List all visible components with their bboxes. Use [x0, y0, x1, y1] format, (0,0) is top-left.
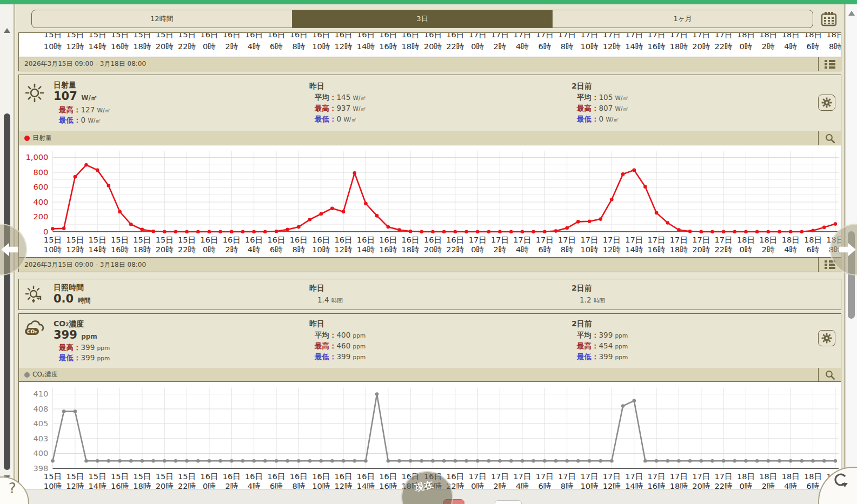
svg-text:17日: 17日: [625, 32, 643, 39]
solar-chart: 02004006008001,00015日10時15日12時15日14時15日1…: [19, 145, 841, 257]
tab-1month[interactable]: 1ヶ月: [553, 10, 813, 28]
svg-text:16日: 16日: [379, 472, 397, 481]
y-axis-tick-labels: 02004006008001,000: [26, 153, 49, 236]
yesterday-heading: 昨日: [309, 284, 324, 293]
svg-text:10時: 10時: [312, 245, 330, 254]
yesterday-max-row: 最高：460 ppm: [315, 341, 366, 351]
arrow-left-icon: [0, 238, 22, 261]
yesterday-heading: 昨日: [309, 319, 324, 329]
data-points: [51, 163, 837, 233]
gear-icon: [821, 97, 833, 109]
yesterday-avg-row: 平均：145 W/㎡: [315, 93, 366, 103]
svg-text:18日: 18日: [782, 472, 800, 481]
period-tab-bar: 12時間 3日 1ヶ月: [31, 10, 813, 28]
svg-text:2時: 2時: [225, 42, 238, 51]
svg-text:8時: 8時: [292, 245, 305, 254]
svg-text:18日: 18日: [826, 32, 841, 39]
svg-text:800: 800: [34, 167, 49, 177]
solar-chart-legend: 日射量: [19, 131, 841, 145]
svg-text:14時: 14時: [89, 245, 107, 254]
table-view-button[interactable]: [818, 57, 841, 71]
x-axis-tick-labels: 15日10時15日12時15日14時15日16時15日18時15日20時15日2…: [44, 32, 841, 51]
svg-text:0時: 0時: [740, 42, 753, 51]
svg-text:14時: 14時: [357, 245, 375, 254]
question-mark-icon: ?: [9, 480, 16, 496]
svg-text:4時: 4時: [248, 42, 261, 51]
zoom-chart-button[interactable]: [818, 131, 841, 145]
svg-text:8時: 8時: [292, 42, 305, 51]
list-icon: [823, 59, 836, 70]
svg-text:17日: 17日: [469, 32, 487, 39]
svg-text:18日: 18日: [759, 235, 777, 244]
solar-settings-button[interactable]: [818, 95, 835, 111]
top-green-bar: [0, 0, 857, 4]
sunshine-block: 日照時間 0.0 時間 昨日 1.4 時間 2日前 1.2 時間: [18, 279, 841, 310]
tab-12hours[interactable]: 12時間: [32, 10, 293, 28]
svg-text:17日: 17日: [692, 472, 710, 481]
svg-text:17日: 17日: [580, 32, 598, 39]
svg-text:18時: 18時: [133, 245, 151, 254]
x-axis-tick-labels: 15日10時15日12時15日14時15日16時15日18時15日20時15日2…: [44, 235, 841, 254]
two-days-ago-avg-row: 平均：105 W/㎡: [577, 93, 628, 103]
svg-text:0時: 0時: [740, 245, 753, 254]
svg-text:16日: 16日: [267, 235, 285, 244]
tab-3days[interactable]: 3日: [293, 10, 553, 28]
gridlines: [52, 388, 839, 469]
svg-text:403: 403: [34, 434, 49, 443]
svg-text:6時: 6時: [538, 42, 551, 51]
scroll-up-arrow[interactable]: [4, 28, 10, 33]
sunshine-section-header: 日照時間 0.0 時間 昨日 1.4 時間 2日前 1.2 時間: [19, 279, 841, 310]
left-scrollbar-thumb[interactable]: [4, 113, 10, 470]
svg-text:16日: 16日: [223, 32, 241, 39]
calendar-button[interactable]: [820, 11, 838, 27]
svg-text:15日: 15日: [111, 472, 129, 481]
svg-text:8時: 8時: [829, 42, 841, 51]
svg-text:15日: 15日: [44, 32, 62, 39]
svg-text:16日: 16日: [290, 472, 308, 481]
svg-text:16日: 16日: [290, 32, 308, 39]
svg-text:17日: 17日: [670, 235, 688, 244]
svg-text:16日: 16日: [200, 235, 218, 244]
svg-text:14時: 14時: [625, 245, 643, 254]
svg-text:17日: 17日: [647, 472, 665, 481]
svg-text:16日: 16日: [200, 32, 218, 39]
svg-text:18日: 18日: [782, 32, 800, 39]
svg-text:16日: 16日: [402, 32, 420, 39]
svg-text:16日: 16日: [357, 235, 375, 244]
scroll-up-arrow[interactable]: [848, 11, 855, 16]
svg-text:16日: 16日: [312, 235, 330, 244]
svg-text:16日: 16日: [245, 32, 263, 39]
svg-text:17日: 17日: [558, 472, 576, 481]
today-max-row: 最高：127 W/㎡: [59, 105, 110, 115]
svg-text:16日: 16日: [357, 472, 375, 481]
svg-text:2時: 2時: [762, 245, 775, 254]
data-points: [51, 392, 837, 462]
svg-text:22時: 22時: [715, 42, 733, 51]
svg-text:6時: 6時: [807, 42, 820, 51]
svg-text:6時: 6時: [270, 42, 283, 51]
svg-text:16日: 16日: [446, 472, 464, 481]
now-label: 現在: [414, 478, 440, 504]
co2-chart-legend: CO₂濃度: [19, 368, 841, 382]
date-range-text: 2026年3月15日 09:00 - 3月18日 08:00: [19, 260, 818, 270]
svg-text:16日: 16日: [334, 32, 352, 39]
svg-text:16日: 16日: [223, 472, 241, 481]
svg-text:16日: 16日: [245, 472, 263, 481]
co2-cloud-icon: CO₂: [24, 320, 46, 338]
svg-text:17日: 17日: [513, 32, 531, 39]
svg-text:12時: 12時: [334, 245, 353, 254]
svg-text:17日: 17日: [603, 472, 621, 481]
svg-text:17日: 17日: [625, 472, 643, 481]
svg-text:22時: 22時: [178, 245, 196, 254]
svg-text:16日: 16日: [223, 235, 241, 244]
svg-text:20時: 20時: [424, 42, 442, 51]
svg-text:0時: 0時: [203, 245, 216, 254]
bottom-white-button[interactable]: [495, 500, 522, 504]
two-days-ago-max-row: 最高：454 ppm: [577, 341, 628, 351]
svg-text:405: 405: [34, 419, 49, 428]
legend-dot: [24, 372, 30, 378]
svg-text:16時: 16時: [647, 245, 666, 254]
svg-text:15日: 15日: [178, 32, 196, 39]
co2-settings-button[interactable]: [818, 330, 835, 346]
zoom-chart-button[interactable]: [818, 368, 841, 382]
